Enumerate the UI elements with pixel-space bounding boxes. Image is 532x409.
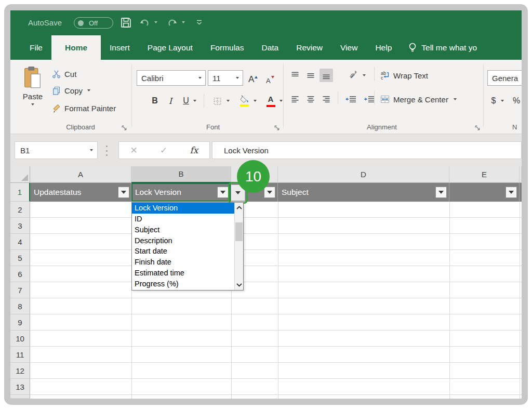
font-color-dropdown-icon[interactable] [280,100,283,102]
tab-view[interactable]: View [331,35,366,60]
dropdown-item[interactable]: Start date [132,246,234,257]
italic-button[interactable]: I [164,93,177,109]
font-dialog-launcher-icon[interactable] [274,124,281,130]
column-header-e[interactable]: E [449,166,520,183]
confirm-entry-icon[interactable]: ✓ [160,145,167,156]
row-header-4[interactable]: 4 [10,234,30,250]
dropdown-item[interactable]: Estimated time [132,268,234,279]
decrease-font-size-button[interactable]: A [266,70,274,85]
scrollbar-thumb[interactable] [235,222,243,241]
dropdown-item-selected[interactable]: Lock Version [132,203,234,214]
bold-button[interactable]: B [149,93,161,109]
increase-indent-button[interactable] [362,93,377,106]
insert-function-icon[interactable]: fx [190,145,198,155]
tab-review[interactable]: Review [287,35,331,60]
font-name-combo[interactable]: Calibri [137,70,206,86]
formula-bar-resize-handle[interactable] [105,146,108,156]
fill-color-button[interactable] [238,93,251,109]
name-box[interactable]: B1 [15,141,98,159]
merge-center-dropdown-icon[interactable] [454,98,457,100]
dropdown-item[interactable]: Progress (%) [132,278,234,289]
tab-home[interactable]: Home [51,35,101,60]
align-left-button[interactable] [288,93,302,106]
cell-area[interactable] [30,202,522,399]
undo-dropdown-icon[interactable] [154,21,157,23]
dropdown-item[interactable]: ID [132,214,234,225]
row-header-12[interactable]: 12 [10,363,30,379]
copy-button[interactable]: Copy [52,84,90,97]
currency-dropdown-icon[interactable] [501,100,504,102]
redo-dropdown-icon[interactable] [182,21,185,23]
alignment-dialog-launcher-icon[interactable] [475,124,481,130]
middle-align-button[interactable] [304,69,317,82]
clipboard-dialog-launcher-icon[interactable] [122,124,128,130]
fill-color-dropdown-icon[interactable] [254,100,257,102]
cut-button[interactable]: Cut [52,67,76,81]
select-all-button[interactable] [10,166,30,183]
orientation-button[interactable]: ab [347,69,361,82]
percent-button[interactable]: % [510,93,522,109]
cell-d1[interactable]: Subject [278,183,449,202]
bottom-align-button[interactable] [320,69,333,82]
row-header-13[interactable]: 13 [10,379,30,395]
row-header-9[interactable]: 9 [10,314,30,331]
autosave-toggle[interactable]: Off [74,17,113,29]
filter-dropdown-d1[interactable] [435,187,447,198]
save-icon[interactable] [121,17,131,30]
top-align-button[interactable] [288,69,302,82]
column-header-d[interactable]: D [278,166,449,183]
font-color-button[interactable]: A [264,93,277,109]
undo-icon[interactable] [139,18,151,30]
row-header-partial[interactable] [10,395,30,399]
filter-dropdown-e1[interactable] [506,187,517,198]
row-header-11[interactable]: 11 [10,347,30,363]
dropdown-scrollbar[interactable] [234,203,243,290]
tab-data[interactable]: Data [252,35,287,60]
filter-dropdown-b1[interactable] [217,187,229,198]
row-header-10[interactable]: 10 [10,331,30,347]
row-header-8[interactable]: 8 [10,298,30,314]
align-right-button[interactable] [320,93,333,106]
tab-file[interactable]: File [21,35,51,60]
underline-button[interactable]: U [180,93,192,109]
redo-icon[interactable] [166,18,178,30]
font-size-combo[interactable]: 11 [208,70,243,86]
scroll-down-icon[interactable] [235,280,243,290]
column-header-partial[interactable] [520,166,522,183]
column-header-a[interactable]: A [30,166,131,183]
cancel-entry-icon[interactable]: ✕ [130,145,138,156]
number-format-combo[interactable]: Genera [487,70,522,86]
dropdown-item[interactable]: Description [132,235,234,246]
column-header-b[interactable]: B [131,166,231,183]
tab-insert[interactable]: Insert [101,35,139,60]
tab-page-layout[interactable]: Page Layout [139,35,202,60]
scroll-up-icon[interactable] [235,203,243,213]
paste-button[interactable]: Paste [18,65,48,121]
align-center-button[interactable] [304,93,317,106]
formula-input[interactable]: Lock Version [212,141,522,159]
dropdown-item[interactable]: Subject [132,225,234,235]
tab-formulas[interactable]: Formulas [202,35,253,60]
tab-help[interactable]: Help [366,35,401,60]
name-box-dropdown-icon[interactable] [90,149,93,151]
merge-center-button[interactable]: Merge & Center [380,93,457,106]
row-header-3[interactable]: 3 [10,218,30,234]
paste-dropdown-icon[interactable] [31,103,34,105]
orientation-dropdown-icon[interactable] [363,74,366,76]
cell-a1[interactable]: Updatestatus [30,183,131,202]
row-header-2[interactable]: 2 [10,202,30,218]
increase-font-size-button[interactable]: A [248,70,258,85]
tell-me-search[interactable]: Tell me what yo [408,35,477,60]
cell-e1[interactable] [449,183,520,202]
row-header-7[interactable]: 7 [10,282,30,298]
row-header-5[interactable]: 5 [10,250,30,266]
wrap-text-button[interactable]: abc Wrap Text [380,69,428,82]
copy-dropdown-icon[interactable] [87,89,90,91]
dropdown-item[interactable]: Finish date [132,257,234,268]
borders-dropdown-icon[interactable] [227,100,230,102]
customize-quick-access-icon[interactable] [195,19,203,29]
row-header-6[interactable]: 6 [10,266,30,282]
row-header-1[interactable]: 1 [10,183,30,202]
format-painter-button[interactable]: Format Painter [52,101,116,115]
decrease-indent-button[interactable] [343,93,358,106]
